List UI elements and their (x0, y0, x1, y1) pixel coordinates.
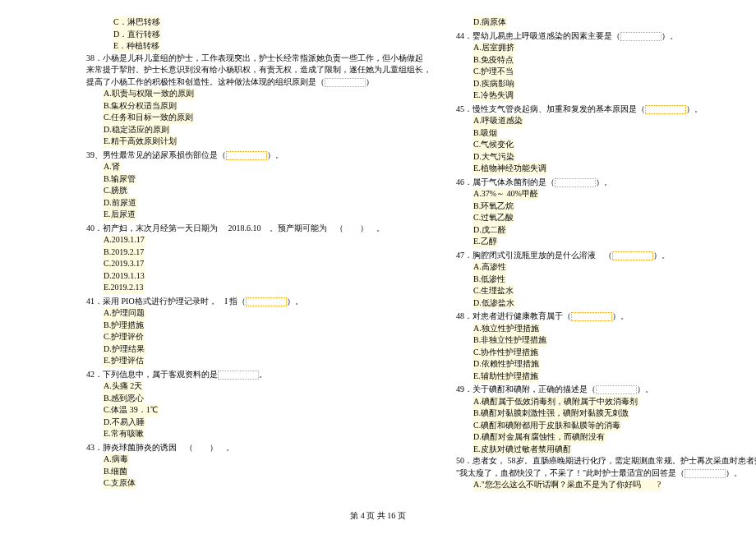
opt-text: B.免疫特点 (472, 54, 514, 67)
opt-text: B.输尿管 (103, 173, 136, 186)
q40-opt-b: B.2019.2.17 (86, 246, 431, 259)
q39-opt-b: B.输尿管 (86, 173, 431, 186)
q45-opt-b: B.吸烟 (456, 127, 756, 140)
q42: 42．下列信息中，属于客观资料的是。 (86, 369, 431, 381)
opt-text: D.不易入睡 (103, 417, 145, 429)
q50-opt-a: A."您怎么这么不听话啊？采血不是为了你好吗 ? (456, 479, 756, 491)
q42-opt-d: D.不易入睡 (86, 417, 431, 429)
q41-opt-b: B.护理措施 (86, 320, 431, 332)
opt-text: D.前尿道 (103, 197, 137, 209)
opt-text: B.细菌 (103, 466, 128, 478)
opt-text: B.集权分权适当原则 (103, 100, 177, 113)
q37-opt-c: C．淋巴转移 (86, 16, 431, 29)
opt-text: B.非独立性护理措施 (472, 334, 547, 347)
blank-box (620, 32, 662, 41)
q43-opt-d: D.病原体 (456, 16, 756, 29)
left-column: C．淋巴转移 D．直行转移 E．种植转移 38．小杨是儿科儿童组的护士，工作表现… (86, 16, 431, 497)
opt-text: E.后尿道 (103, 209, 136, 221)
q40-opt-a: A.2019.1.17 (86, 234, 431, 246)
opt-text: A."您怎么这么不听话啊？采血不是为了你好吗 ? (472, 479, 662, 491)
q40-opt-e: E.2019.2.13 (86, 282, 431, 294)
blank-box (596, 385, 637, 394)
q48-opt-b: B.非独立性护理措施 (456, 334, 756, 347)
blank-box (325, 78, 366, 87)
q45-opt-d: D.大气污染 (456, 151, 756, 163)
q43-opt-b: B.细菌 (86, 466, 431, 478)
footer-text: 第 4 页 共 16 页 (350, 511, 406, 520)
q39-opt-a: A.肾 (86, 161, 431, 173)
q47-opt-d: D.低渗盐水 (456, 297, 756, 310)
q38-text2: 来常提于挈肘。护士长意识到没有给小杨职权，有责无权，造成了限制，遂任她为儿童组组… (86, 65, 431, 74)
q44-opt-b: B.免疫特点 (456, 54, 756, 67)
q46-opt-e: E.乙醇 (456, 236, 756, 248)
opt-text: D.2019.1.13 (103, 270, 145, 283)
opt-text: C.协作性护理措施 (472, 347, 539, 359)
q49-opt-e: E.皮肤对碘过敏者禁用碘酊 (456, 444, 756, 456)
q50-text1: 50．患者女， 58岁。直肠癌晚期进行化疗，需定期测血常规。护士再次采血时患者拒… (456, 456, 756, 465)
opt-text: D.疾病影响 (472, 78, 515, 90)
opt-text: E.乙醇 (472, 236, 498, 248)
q43-opt-c: C.支原体 (86, 477, 431, 490)
q41-opt-d: D.护理结果 (86, 343, 431, 356)
opt-text: E.植物神经功能失调 (472, 163, 547, 175)
opt-text: C.2019.3.17 (103, 258, 145, 270)
opt-text: E.皮肤对碘过敏者禁用碘酊 (472, 444, 572, 456)
q49-opt-c: C.碘酊和碘附都用于皮肤和黏膜等的消毒 (456, 420, 756, 432)
q46-opt-d: D.戊二醛 (456, 224, 756, 237)
opt-text: D.护理结果 (103, 343, 145, 356)
q48: 48．对患者进行健康教育属于（）。 (456, 311, 756, 323)
q47: 47．胸腔闭式引流瓶里放的是什么溶液 （）。 (456, 250, 756, 262)
opt-text: C.护理评价 (103, 331, 145, 343)
blank-box (246, 297, 287, 306)
q43: 43．肺炎球菌肺炎的诱因 （ ） 。 (86, 442, 431, 454)
q41: 41．采用 PIO格式进行护理记录时， I 指（）。 (86, 296, 431, 308)
opt-text: C.碘酊和碘附都用于皮肤和黏膜等的消毒 (472, 420, 621, 432)
opt-text: B.碘酊对黏膜刺激性强，碘附对黏膜无刺激 (472, 407, 629, 420)
opt-text: A.独立性护理措施 (472, 323, 540, 335)
blank-box (218, 371, 259, 380)
q49: 49．关于碘酊和碘附，正确的描述是（）。 (456, 384, 756, 396)
q46-opt-a: A.37%～ 40%甲醛 (456, 188, 756, 200)
opt-text: B.吸烟 (472, 127, 498, 140)
q42-opt-a: A.头痛 2天 (86, 380, 431, 393)
opt-text: E.精干高效原则计划 (103, 136, 177, 148)
q40-opt-c: C.2019.3.17 (86, 258, 431, 270)
q44-opt-c: C.护理不当 (456, 66, 756, 78)
q44-opt-a: A.居室拥挤 (456, 42, 756, 54)
q41-opt-e: E.护理评估 (86, 355, 431, 367)
q37-opt-d: D．直行转移 (86, 29, 431, 41)
opt-text: D.碘酊对金属有腐蚀性，而碘附没有 (472, 431, 606, 444)
q39-opt-c: C.膀胱 (86, 185, 431, 197)
q47-opt-b: B.低渗性 (456, 274, 756, 286)
q48-opt-e: E.辅助性护理措施 (456, 371, 756, 383)
q50-text2: "我太瘦了，血都快没了，不采了！"此时护士最适宜的回答是（）。 (456, 468, 742, 477)
q38-text: 38．小杨是儿科儿童组的护士，工作表现突出，护士长经常指派她负责一些工作，但小杨… (86, 53, 423, 62)
opt-text: D.大气污染 (472, 151, 515, 163)
blank-box (226, 151, 267, 160)
opt-text: C.气候变化 (472, 139, 514, 151)
q45-opt-a: A.呼吸道感染 (456, 115, 756, 127)
opt-text: C.膀胱 (103, 185, 128, 197)
q38-opt-b: B.集权分权适当原则 (86, 100, 431, 113)
opt-text: D.依赖性护理措施 (472, 358, 540, 371)
q42-opt-e: E.常有咳嗽 (86, 428, 431, 440)
q38-text3: 提高了小杨工作的积极性和创造性。这种做法体现的组织原则是（） (86, 77, 374, 86)
opt-text: B.护理措施 (103, 320, 145, 332)
blank-box (571, 312, 612, 321)
right-column: D.病原体 44．婴幼儿易患上呼吸道感染的因素主要是（）。 A.居室拥挤 B.免… (456, 16, 756, 497)
opt-text: A.碘酊属于低效消毒剂，碘附属于中效消毒剂 (472, 396, 638, 408)
q37-opt-e: E．种植转移 (86, 40, 431, 53)
opt-text: B.2019.2.17 (103, 246, 145, 259)
blank-box (555, 178, 596, 187)
q48-opt-c: C.协作性护理措施 (456, 347, 756, 359)
q42-opt-b: B.感到恶心 (86, 393, 431, 405)
blank-box (612, 251, 653, 260)
q38-opt-e: E.精干高效原则计划 (86, 136, 431, 148)
opt-text: A.职责与权限一致的原则 (103, 88, 195, 100)
q38-opt-d: D.稳定适应的原则 (86, 124, 431, 136)
q45-opt-c: C.气候变化 (456, 139, 756, 151)
opt-text: C.生理盐水 (472, 285, 514, 297)
opt-text: A.呼吸道感染 (472, 115, 523, 127)
opt-text: A.2019.1.17 (103, 234, 145, 246)
opt-text: A.头痛 2天 (103, 380, 143, 393)
